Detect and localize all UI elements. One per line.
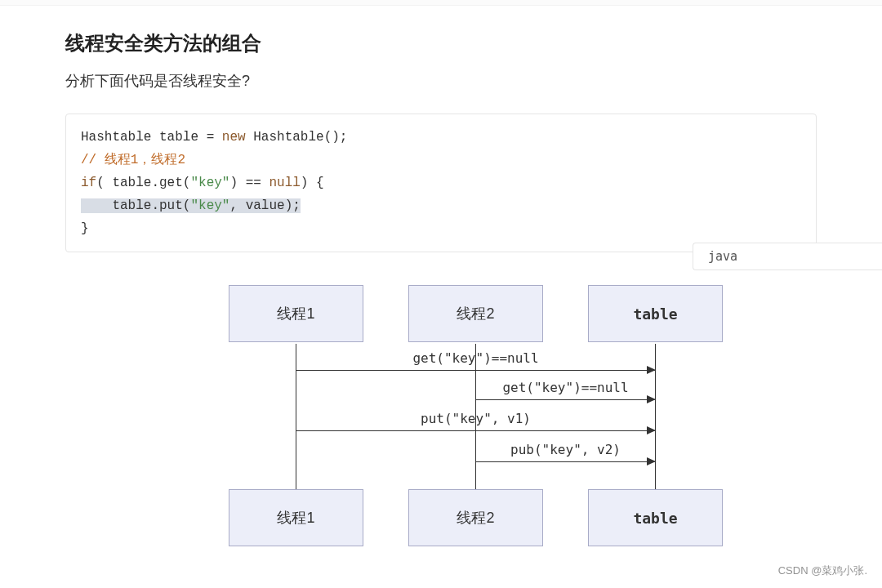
code-line-2-comment: // 线程1，线程2	[81, 153, 185, 167]
code-line-4: table.put("key", value);	[81, 198, 301, 213]
window-top-strip	[0, 0, 882, 6]
watermark: CSDN @菜鸡小张.	[778, 564, 867, 578]
thread1-box-top: 线程1	[229, 285, 363, 342]
code-block-wrap: Hashtable table = new Hashtable(); // 线程…	[65, 114, 817, 252]
msg-get-2: get("key")==null	[476, 381, 655, 406]
code-line-1: Hashtable table = new Hashtable();	[81, 130, 347, 145]
table-box-bottom: table	[588, 489, 723, 546]
arrow-right-icon	[647, 457, 656, 466]
arrow-right-icon	[647, 395, 656, 403]
code-block: Hashtable table = new Hashtable(); // 线程…	[65, 114, 817, 252]
arrow-right-icon	[647, 426, 656, 434]
table-box-top: table	[588, 285, 723, 342]
document-content: 线程安全类方法的组合 分析下面代码是否线程安全? Hashtable table…	[0, 6, 882, 563]
code-line-3: if( table.get("key") == null) {	[81, 176, 324, 190]
msg-put-1: put("key", v1)	[296, 412, 655, 437]
thread2-box-top: 线程2	[408, 285, 543, 342]
thread1-box-bottom: 线程1	[229, 489, 363, 546]
thread2-box-bottom: 线程2	[408, 489, 543, 546]
question-text: 分析下面代码是否线程安全?	[65, 71, 817, 91]
sequence-diagram: 线程1 线程2 table get("key")==null get("key"…	[139, 285, 882, 563]
page-title: 线程安全类方法的组合	[65, 30, 817, 56]
msg-get-1: get("key")==null	[296, 352, 655, 376]
code-line-5: }	[81, 221, 89, 236]
msg-put-2: pub("key", v2)	[476, 443, 655, 468]
language-badge: java	[693, 243, 882, 270]
arrow-right-icon	[647, 366, 656, 374]
